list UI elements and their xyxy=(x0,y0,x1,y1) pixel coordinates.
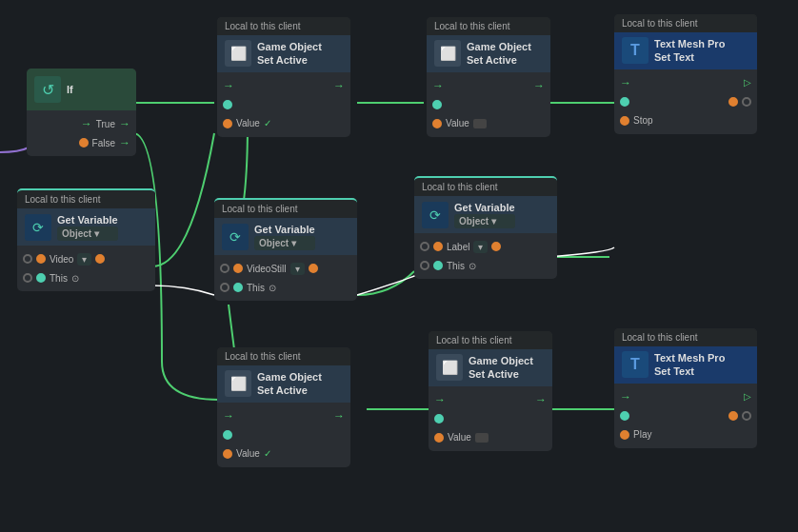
game-obj-bottom-right-title: Game Object Set Active xyxy=(469,354,533,382)
game-obj-bottom-left-in-arrow: → xyxy=(223,409,234,423)
text-mesh-bottom-node: Local to this client T Text Mesh Pro Set… xyxy=(614,328,757,448)
text-mesh-bottom-play-label: Play xyxy=(633,429,651,440)
get-var-middle-port2-label: This xyxy=(247,283,265,293)
game-obj-top-right1-value-port xyxy=(432,119,442,128)
get-var-middle-video-dropdown[interactable]: ▾ xyxy=(290,263,305,275)
get-var-right-title: Get Variable Object ▾ xyxy=(454,201,515,228)
text-mesh-top-stop-row: Stop xyxy=(614,111,757,130)
game-obj-bottom-right-exec-row: → → xyxy=(429,390,552,409)
get-var-left-body: Video ▾ This ⊙ xyxy=(17,246,155,291)
game-obj-bottom-right-out-arrow: → xyxy=(535,393,547,406)
get-var-right-dropdown[interactable]: Object ▾ xyxy=(454,214,515,228)
get-var-left-port2-row: This ⊙ xyxy=(17,268,155,287)
game-obj-bottom-left-checkbox: ✓ xyxy=(264,448,271,459)
if-true-label: True xyxy=(96,119,115,129)
if-node-title-area: ↺ If xyxy=(27,69,136,110)
game-obj-top-right1-value-row: Value xyxy=(427,114,550,133)
text-mesh-bottom-in-arrow: → xyxy=(620,390,631,404)
game-obj-top-middle-node: Local to this client ⬜ Game Object Set A… xyxy=(217,17,350,137)
game-obj-bottom-right-header: Local to this client xyxy=(429,331,552,349)
game-obj-bottom-right-checkbox-empty xyxy=(475,433,489,443)
text-mesh-bottom-triangle-out: ▷ xyxy=(744,391,751,402)
game-obj-bottom-right-in-arrow: → xyxy=(434,393,446,406)
get-var-right-port2-row: This ⊙ xyxy=(414,256,557,275)
if-node-label: If xyxy=(67,83,73,96)
game-obj-bottom-left-out-arrow: → xyxy=(333,409,345,423)
text-mesh-bottom-title: Text Mesh Pro Set Text xyxy=(654,351,725,379)
get-var-right-port1-row: Label ▾ xyxy=(414,237,557,256)
game-obj-top-middle-body: → → Value ✓ xyxy=(217,72,350,137)
get-var-middle-port1-in xyxy=(220,264,229,273)
text-mesh-bottom-circle-out xyxy=(742,411,751,421)
if-node-icon: ↺ xyxy=(34,76,61,103)
text-mesh-bottom-header: Local to this client xyxy=(614,328,757,346)
game-obj-bottom-right-value-row: Value xyxy=(429,428,552,447)
game-obj-top-middle-in-arrow: → xyxy=(223,79,234,92)
if-node-body: → True → False → xyxy=(27,110,136,156)
get-var-right-body: Label ▾ This ⊙ xyxy=(414,233,557,279)
get-var-right-node: Local to this client ⟳ Get Variable Obje… xyxy=(414,176,557,279)
text-mesh-top-body: → ▷ Stop xyxy=(614,69,757,134)
text-mesh-top-triangle-out: ▷ xyxy=(744,77,751,88)
get-var-middle-dropdown[interactable]: Object ▾ xyxy=(254,236,315,250)
get-var-middle-port2 xyxy=(233,283,243,292)
get-var-middle-port1-label: VideoStill xyxy=(247,264,287,274)
get-var-left-port1 xyxy=(36,254,46,264)
game-obj-bottom-right-body: → → Value xyxy=(429,386,552,451)
game-obj-top-right1-node: Local to this client ⬜ Game Object Set A… xyxy=(427,17,550,137)
get-var-left-node: Local to this client ⟳ Get Variable Obje… xyxy=(17,188,155,291)
if-false-out-arrow: → xyxy=(119,136,130,149)
game-obj-bottom-right-obj-row xyxy=(429,409,552,428)
game-obj-bottom-right-title-area: ⬜ Game Object Set Active xyxy=(429,349,552,386)
text-mesh-bottom-exec-row: → ▷ xyxy=(614,387,757,406)
get-var-left-port1-label: Video xyxy=(50,254,73,265)
get-var-right-port1-out xyxy=(491,242,501,251)
game-obj-bottom-right-value-label: Value xyxy=(448,432,471,443)
text-mesh-top-stop-port xyxy=(620,116,629,126)
get-var-right-this-icon: ⊙ xyxy=(469,261,476,271)
get-var-right-port2-label: This xyxy=(447,261,465,271)
game-obj-top-right1-checkbox-empty xyxy=(473,119,487,128)
game-obj-top-right1-title-area: ⬜ Game Object Set Active xyxy=(427,35,550,72)
get-var-left-header: Local to this client xyxy=(17,188,155,208)
get-var-left-this-icon: ⊙ xyxy=(71,273,79,284)
get-var-middle-port1-row: VideoStill ▾ xyxy=(214,259,357,278)
game-obj-bottom-left-obj-port xyxy=(223,430,232,440)
get-var-middle-body: VideoStill ▾ This ⊙ xyxy=(214,255,357,301)
get-var-middle-header: Local to this client xyxy=(214,198,357,218)
get-var-left-dropdown[interactable]: Object ▾ xyxy=(57,227,118,241)
get-var-left-icon: ⟳ xyxy=(25,214,51,241)
game-obj-bottom-left-obj-row xyxy=(217,425,350,444)
get-var-right-port2 xyxy=(433,261,443,270)
game-obj-top-right1-obj-row xyxy=(427,95,550,114)
get-var-middle-port2-row: This ⊙ xyxy=(214,278,357,297)
text-mesh-bottom-body: → ▷ Play xyxy=(614,384,757,448)
game-obj-top-right1-value-label: Value xyxy=(446,118,469,128)
if-false-label: False xyxy=(92,138,115,148)
game-obj-top-middle-icon: ⬜ xyxy=(225,40,251,67)
get-var-middle-node: Local to this client ⟳ Get Variable Obje… xyxy=(214,198,357,301)
game-obj-bottom-right-icon: ⬜ xyxy=(436,354,463,381)
get-var-middle-title-area: ⟳ Get Variable Object ▾ xyxy=(214,218,357,255)
get-var-right-port2-in xyxy=(420,261,429,270)
game-obj-top-middle-value-label: Value xyxy=(236,118,260,128)
if-true-arrow: → xyxy=(81,117,92,130)
game-obj-bottom-left-icon: ⬜ xyxy=(225,370,251,397)
game-obj-top-middle-checkbox: ✓ xyxy=(264,118,271,128)
get-var-left-port1-row: Video ▾ xyxy=(17,249,155,268)
get-var-right-header: Local to this client xyxy=(414,176,557,196)
text-mesh-top-icon: T xyxy=(622,37,648,64)
game-obj-top-middle-value-row: Value ✓ xyxy=(217,114,350,133)
text-mesh-top-exec-row: → ▷ xyxy=(614,73,757,92)
if-false-port xyxy=(79,138,89,148)
get-var-right-port1 xyxy=(433,242,443,251)
game-obj-top-middle-out-arrow: → xyxy=(333,79,345,92)
get-var-right-label-dropdown[interactable]: ▾ xyxy=(473,241,488,253)
game-obj-bottom-right-node: Local to this client ⬜ Game Object Set A… xyxy=(429,331,552,451)
get-var-left-video-dropdown[interactable]: ▾ xyxy=(77,253,91,266)
game-obj-top-middle-exec-row: → → xyxy=(217,76,350,95)
game-obj-top-middle-obj-row xyxy=(217,95,350,114)
get-var-right-title-area: ⟳ Get Variable Object ▾ xyxy=(414,196,557,233)
get-var-left-port2-label: This xyxy=(50,273,68,284)
text-mesh-bottom-title-area: T Text Mesh Pro Set Text xyxy=(614,346,757,384)
